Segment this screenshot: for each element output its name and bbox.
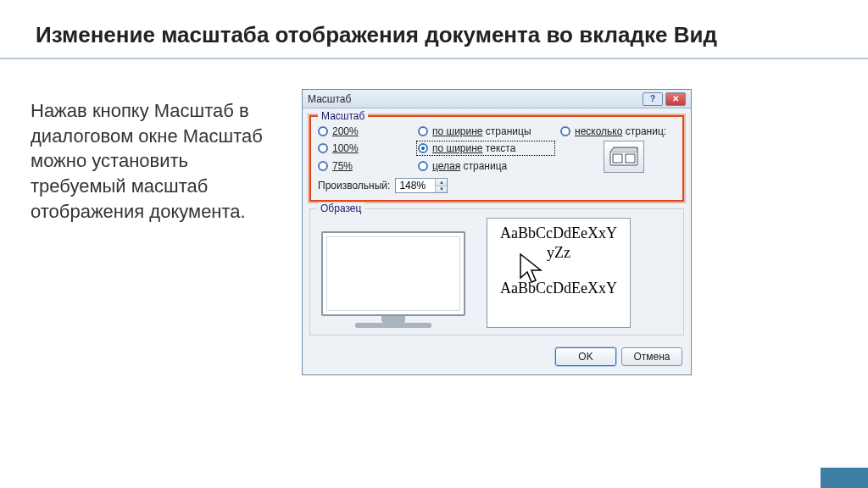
dialog-titlebar: Масштаб ? ✕ (303, 90, 691, 108)
sample-group-legend: Образец (317, 202, 364, 214)
custom-zoom-label: Произвольный: (318, 180, 390, 191)
spin-down[interactable]: ▼ (436, 186, 447, 193)
custom-zoom-input[interactable] (396, 179, 435, 192)
zoom-dialog: Масштаб ? ✕ Масштаб 200% по ширине стран… (302, 89, 692, 375)
dialog-caption: Масштаб (308, 93, 640, 105)
title-underline (0, 58, 868, 59)
multipage-icon (609, 146, 638, 168)
zoom-group-legend: Масштаб (318, 110, 368, 122)
zoom-group: Масштаб 200% по ширине страницы нескольк… (309, 115, 684, 202)
text-preview: AaBbCcDdEeXxY yZz AaBbCcDdEeXxY (487, 218, 631, 328)
radio-page-width[interactable]: по ширине страницы (418, 125, 554, 137)
radio-many-pages[interactable]: несколько страниц: (560, 125, 687, 137)
radio-75[interactable]: 75% (318, 160, 411, 172)
multipage-preview-container (560, 141, 687, 173)
accent-corner (821, 468, 868, 488)
monitor-preview (317, 218, 470, 328)
spin-up[interactable]: ▲ (436, 179, 447, 186)
sample-group: Образец AaBbCcDdEeXxY yZz AaBbCcDdEeXxY (309, 208, 684, 336)
ok-button[interactable]: OK (555, 347, 616, 366)
radio-200[interactable]: 200% (318, 125, 411, 137)
svg-rect-1 (613, 154, 622, 163)
description-text: Нажав кнопку Масштаб в диалоговом окне М… (31, 98, 285, 224)
custom-zoom-spinner[interactable]: ▲▼ (395, 178, 448, 193)
radio-text-width[interactable]: по ширине текста (418, 142, 554, 154)
svg-rect-2 (626, 154, 635, 163)
cancel-button[interactable]: Отмена (621, 347, 682, 366)
close-button[interactable]: ✕ (665, 92, 686, 106)
radio-whole-page[interactable]: целая страница (418, 160, 554, 172)
radio-100[interactable]: 100% (318, 142, 411, 154)
help-button[interactable]: ? (643, 92, 663, 106)
page-title: Изменение масштаба отображения документа… (36, 22, 717, 48)
multipage-picker[interactable] (604, 141, 644, 173)
